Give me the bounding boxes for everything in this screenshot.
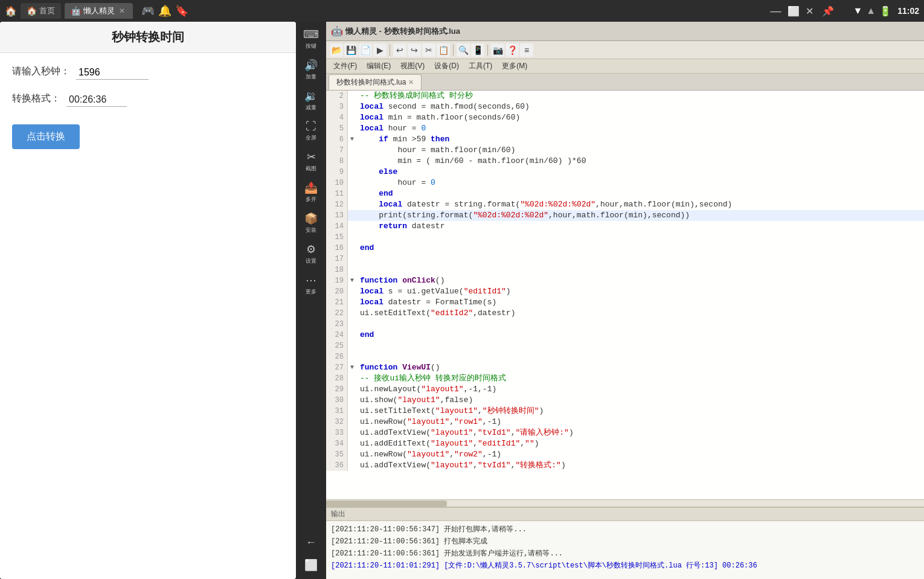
output-content[interactable]: [2021:11:20-11:00:56:347] 开始打包脚本,请稍等... … (326, 521, 924, 579)
code-line-5: 5 local hour = 0 (326, 123, 924, 134)
menu-device[interactable]: 设备(D) (429, 60, 464, 72)
app-tab-icon: 🤖 (71, 6, 81, 16)
code-line-33: 33 ui.addTextView("layout1","tvId1","请输入… (326, 427, 924, 438)
file-tab-close[interactable]: ✕ (408, 78, 414, 86)
toolbar-save[interactable]: 💾 (344, 43, 358, 57)
horizontal-scrollbar[interactable] (326, 499, 924, 507)
screenshot-label: 截图 (306, 165, 316, 173)
toolbar-undo[interactable]: ↩ (393, 43, 406, 57)
code-line-8: 8 min = ( min/60 - math.floor(min/60) )*… (326, 156, 924, 167)
code-line-2: 2 -- 秒数转换成时间格式 时分秒 (326, 91, 924, 101)
code-line-23: 23 (326, 319, 924, 330)
install-label: 安装 (306, 226, 316, 234)
input-row: 请输入秒钟： (12, 65, 284, 80)
nav-icon-2[interactable]: 🔔 (158, 4, 172, 18)
home-tab[interactable]: 🏠 首页 (21, 3, 61, 19)
sidebar-item-keyboard[interactable]: ⌨ 按键 (296, 24, 326, 54)
toolbar-copy[interactable]: 📋 (437, 43, 450, 57)
right-panel: 🤖 懒人精灵 - 秒数转换时间格式.lua 📂 💾 📄 ▶ ↩ ↪ ✂ 📋 🔍 … (326, 22, 924, 579)
toolbar-device[interactable]: 📱 (471, 43, 484, 57)
sidebar-item-settings[interactable]: ⚙ 设置 (296, 239, 326, 269)
toolbar-cut[interactable]: ✂ (422, 43, 435, 57)
multiopen-label: 多开 (306, 196, 316, 203)
sidebar-item-back[interactable]: ← (296, 533, 326, 554)
toolbar-extra[interactable]: ≡ (520, 43, 533, 57)
toolbar-help[interactable]: ❓ (505, 43, 519, 57)
toolbar-find[interactable]: 🔍 (457, 43, 470, 57)
toolbar-screenshot-tool[interactable]: 📷 (491, 43, 504, 57)
app-close-icon[interactable]: ✕ (806, 5, 813, 17)
file-tab-main[interactable]: 秒数转换时间格式.lua ✕ (329, 74, 422, 90)
code-line-34: 34 ui.addEditText("layout1","editId1",""… (326, 438, 924, 449)
scrollbar-thumb (326, 501, 447, 507)
code-line-31: 31 ui.setTitleText("layout1","秒钟转换时间") (326, 406, 924, 417)
sidebar-item-volume-down[interactable]: 🔉 减量 (296, 86, 326, 115)
more-icon: ⋯ (306, 274, 316, 287)
code-line-28: 28 -- 接收ui输入秒钟 转换对应的时间格式 (326, 373, 924, 384)
back-icon: ← (306, 536, 316, 549)
file-tab-label: 秒数转换时间格式.lua (336, 77, 406, 88)
sidebar-item-install[interactable]: 📦 安装 (296, 208, 326, 238)
menu-file[interactable]: 文件(F) (329, 60, 362, 72)
menu-edit[interactable]: 编辑(E) (362, 60, 396, 72)
menu-view[interactable]: 视图(V) (396, 60, 429, 72)
code-line-10: 10 hour = 0 (326, 178, 924, 188)
editor-icon: 🤖 (331, 25, 343, 37)
output-label: 输出 (331, 509, 345, 519)
sidebar-item-home[interactable]: ⬜ (296, 555, 326, 577)
result-label: 转换格式： (12, 92, 60, 105)
keyboard-icon: ⌨ (303, 28, 319, 41)
code-line-13: 13 print(string.format("%02d:%02d:%02d",… (326, 210, 924, 221)
input-label: 请输入秒钟： (12, 65, 70, 78)
sidebar-item-volume-up[interactable]: 🔊 加量 (296, 55, 326, 85)
sidebar-item-fullscreen[interactable]: ⛶ 全屏 (296, 117, 326, 146)
code-line-35: 35 ui.newRow("layout1","row2",-1) (326, 449, 924, 460)
convert-button[interactable]: 点击转换 (12, 124, 80, 149)
phone-screen: 秒钟转换时间 请输入秒钟： 转换格式： 00:26:36 点击转换 (0, 22, 296, 579)
minimize-icon[interactable]: — (771, 5, 781, 18)
sidebar-item-multiopen[interactable]: 📤 多开 (296, 178, 326, 207)
restore-icon[interactable]: ⬜ (788, 5, 800, 17)
left-panel: 秒钟转换时间 请输入秒钟： 转换格式： 00:26:36 点击转换 ⌨ 按键 🔊… (0, 22, 326, 579)
code-line-6: 6 ▼ if min >59 then (326, 134, 924, 145)
toolbar-open[interactable]: 📂 (330, 43, 343, 57)
home-tab-label: 首页 (39, 5, 55, 16)
fullscreen-icon: ⛶ (306, 120, 316, 133)
time-display: 11:02 (897, 6, 919, 16)
multiopen-icon: 📤 (304, 181, 318, 194)
sidebar-item-more[interactable]: ⋯ 更多 (296, 270, 326, 299)
code-line-16: 16 end (326, 243, 924, 254)
output-line-1: [2021:11:20-11:00:56:347] 开始打包脚本,请稍等... (331, 523, 919, 536)
code-content[interactable]: 2 -- 秒数转换成时间格式 时分秒 3 local second = math… (326, 91, 924, 499)
output-line-4: [2021:11:20-11:01:01:291] [文件:D:\懒人精灵3.5… (331, 560, 919, 572)
home-phone-icon: ⬜ (304, 558, 318, 572)
pin-icon[interactable]: 📌 (822, 5, 834, 17)
main-content: 秒钟转换时间 请输入秒钟： 转换格式： 00:26:36 点击转换 ⌨ 按键 🔊… (0, 22, 924, 579)
seconds-input[interactable] (76, 66, 149, 80)
menu-tools[interactable]: 工具(T) (464, 60, 497, 72)
editor-titlebar: 🤖 懒人精灵 - 秒数转换时间格式.lua (326, 22, 924, 41)
signal-icon: ▲ (866, 5, 876, 16)
code-line-27: 27 ▼ function ViewUI() (326, 362, 924, 373)
volume-down-label: 减量 (306, 104, 316, 112)
toolbar-save-as[interactable]: 📄 (359, 43, 372, 57)
nav-icon-1[interactable]: 🎮 (141, 4, 155, 18)
more-label: 更多 (306, 288, 316, 296)
phone-screen-title: 秒钟转换时间 (0, 22, 296, 53)
settings-label: 设置 (306, 257, 316, 265)
toolbar-run[interactable]: ▶ (373, 43, 387, 57)
app-tab-close[interactable]: ✕ (117, 6, 127, 16)
toolbar-redo[interactable]: ↪ (408, 43, 421, 57)
code-line-19: 19 ▼ function onClick() (326, 275, 924, 286)
toolbar-sep-2 (453, 45, 454, 56)
sidebar-item-screenshot[interactable]: ✂ 截图 (296, 147, 326, 176)
screenshot-icon: ✂ (307, 150, 316, 164)
menu-more[interactable]: 更多(M) (497, 60, 532, 72)
code-line-32: 32 ui.newRow("layout1","row1",-1) (326, 417, 924, 427)
result-row: 转换格式： 00:26:36 (12, 92, 284, 107)
tab-bar: 🏠 🏠 首页 🤖 懒人精灵 ✕ 🎮 🔔 🔖 — ⬜ ✕ 📌 ▼ ▲ 🔋 11:0… (5, 3, 919, 19)
app-tab-label: 懒人精灵 (83, 5, 115, 16)
code-line-11: 11 end (326, 188, 924, 199)
nav-icon-3[interactable]: 🔖 (175, 4, 188, 18)
app-tab[interactable]: 🤖 懒人精灵 ✕ (65, 3, 133, 19)
